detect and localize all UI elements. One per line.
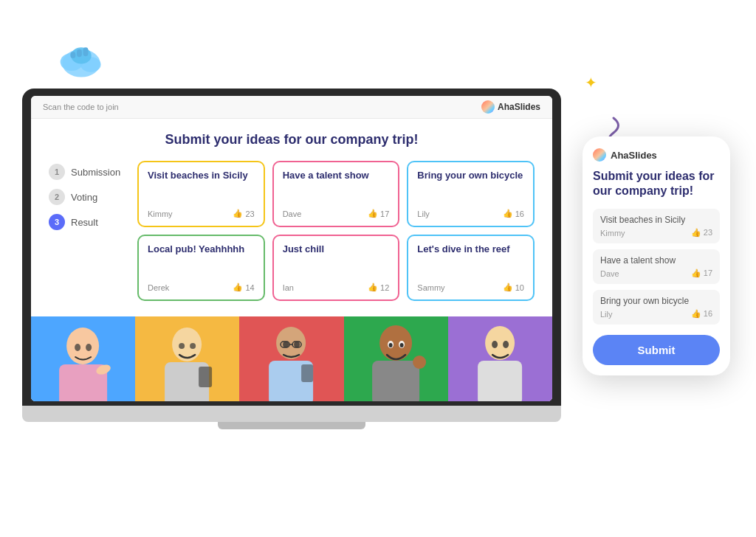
slide-content: Submit your ideas for our company trip! …: [31, 119, 552, 316]
svg-point-12: [75, 344, 80, 351]
card-footer: Kimmy 👍 23: [148, 209, 255, 218]
step-2-num: 2: [49, 189, 65, 205]
slide-title: Submit your ideas for our company trip!: [49, 132, 535, 148]
laptop-logo-icon: [481, 100, 495, 114]
card-text: Let's dive in the reef: [417, 243, 524, 277]
idea-card-4: Just chill Ian 👍 12: [272, 235, 400, 301]
card-author: Ian: [283, 283, 294, 292]
phone-sub-author: Dave: [600, 269, 619, 278]
screen-inner: Scan the code to join AhaSlides Submit y…: [31, 96, 552, 401]
phone-title: Submit your ideas for our company trip!: [593, 169, 720, 198]
svg-point-3: [71, 47, 91, 63]
photo-4: [344, 316, 448, 401]
svg-point-35: [399, 343, 403, 347]
phone-sub-author: Kimmy: [600, 229, 625, 238]
phone-sub-text: Bring your own bicycle: [600, 296, 712, 306]
laptop-brand: AhaSlides: [481, 100, 540, 114]
phone-submission-1: Have a talent show Dave 👍 17: [593, 249, 720, 284]
svg-rect-39: [478, 361, 522, 401]
laptop-screen: Scan the code to join AhaSlides Submit y…: [22, 89, 561, 406]
svg-point-41: [503, 341, 509, 348]
svg-rect-5: [83, 47, 89, 56]
svg-point-38: [485, 326, 515, 360]
card-author: Kimmy: [148, 209, 173, 218]
step-3-num: 3: [49, 214, 65, 230]
svg-point-0: [62, 49, 100, 77]
card-text: Bring your own bicycle: [417, 170, 524, 203]
laptop-foot: [218, 422, 365, 429]
deco-star-yellow-right: ✦: [585, 74, 597, 91]
svg-point-15: [172, 328, 202, 361]
card-votes: 👍 17: [368, 209, 389, 218]
step-1: 1 Submission: [49, 164, 123, 180]
phone-sub-text: Have a talent show: [600, 255, 712, 266]
svg-point-36: [413, 356, 426, 369]
phone-device: AhaSlides Submit your ideas for our comp…: [583, 136, 730, 375]
thumb-icon: 👍: [503, 209, 513, 218]
photo-1: [31, 316, 135, 401]
svg-rect-6: [70, 52, 75, 58]
svg-point-18: [190, 343, 196, 349]
thumb-icon: 👍: [233, 283, 243, 292]
step-1-label: Submission: [71, 167, 120, 178]
photos-strip: [31, 316, 552, 401]
step-3-label: Result: [71, 217, 98, 228]
step-1-num: 1: [49, 164, 65, 180]
card-footer: Lily 👍 16: [417, 209, 524, 218]
phone-sub-footer: Lily 👍 16: [600, 309, 712, 319]
phone-logo-icon: [593, 148, 606, 162]
card-votes: 👍 23: [233, 209, 254, 218]
card-footer: Dave 👍 17: [283, 209, 390, 218]
thumb-icon: 👍: [368, 283, 378, 292]
card-votes: 👍 10: [503, 283, 524, 292]
step-2: 2 Voting: [49, 189, 123, 205]
svg-point-30: [379, 325, 412, 361]
svg-point-23: [284, 342, 289, 347]
phone-sub-footer: Dave 👍 17: [600, 268, 712, 278]
thumb-icon: 👍: [503, 283, 513, 292]
thumb-icon: 👍: [233, 209, 243, 218]
svg-point-24: [295, 342, 300, 347]
card-votes: 👍 16: [503, 209, 524, 218]
step-2-label: Voting: [71, 192, 97, 203]
idea-card-3: Local pub! Yeahhhhh Derek 👍 14: [137, 235, 265, 301]
svg-rect-28: [302, 364, 314, 382]
photo-5: [448, 316, 552, 401]
screen-topbar: Scan the code to join AhaSlides: [31, 96, 552, 119]
phone-sub-votes: 👍 16: [691, 309, 712, 319]
card-author: Derek: [148, 283, 169, 292]
laptop-base: [22, 406, 561, 422]
card-author: Dave: [283, 209, 302, 218]
scan-label: Scan the code to join: [43, 103, 119, 111]
card-footer: Derek 👍 14: [148, 283, 255, 292]
slide-body: 1 Submission 2 Voting 3 Result: [49, 161, 535, 301]
phone-sub-text: Visit beaches in Sicily: [600, 215, 712, 225]
phone-sub-votes: 👍 23: [691, 228, 712, 238]
phone-submissions: Visit beaches in Sicily Kimmy 👍 23 Have …: [593, 209, 720, 325]
phone-brand-text: AhaSlides: [611, 150, 657, 161]
svg-rect-4: [77, 49, 82, 57]
photo-3: [239, 316, 343, 401]
card-votes: 👍 12: [368, 283, 389, 292]
card-text: Visit beaches in Sicily: [148, 170, 255, 203]
svg-rect-19: [199, 367, 212, 387]
svg-point-34: [388, 343, 392, 347]
phone-logo: AhaSlides: [593, 148, 720, 162]
phone-submit-button[interactable]: Submit: [593, 335, 720, 365]
phone-sub-footer: Kimmy 👍 23: [600, 228, 712, 238]
card-votes: 👍 14: [233, 283, 254, 292]
svg-point-2: [80, 57, 100, 72]
laptop-brand-text: AhaSlides: [498, 102, 540, 112]
cards-grid: Visit beaches in Sicily Kimmy 👍 23 Have …: [137, 161, 535, 301]
svg-rect-31: [372, 361, 419, 401]
svg-point-13: [86, 344, 92, 351]
svg-point-1: [61, 53, 83, 71]
svg-point-17: [179, 343, 185, 349]
card-footer: Ian 👍 12: [283, 283, 390, 292]
card-footer: Sammy 👍 10: [417, 283, 524, 292]
phone-submission-0: Visit beaches in Sicily Kimmy 👍 23: [593, 209, 720, 243]
step-3: 3 Result: [49, 214, 123, 230]
steps-sidebar: 1 Submission 2 Voting 3 Result: [49, 161, 123, 301]
svg-point-40: [492, 341, 498, 348]
photo-2: [135, 316, 239, 401]
